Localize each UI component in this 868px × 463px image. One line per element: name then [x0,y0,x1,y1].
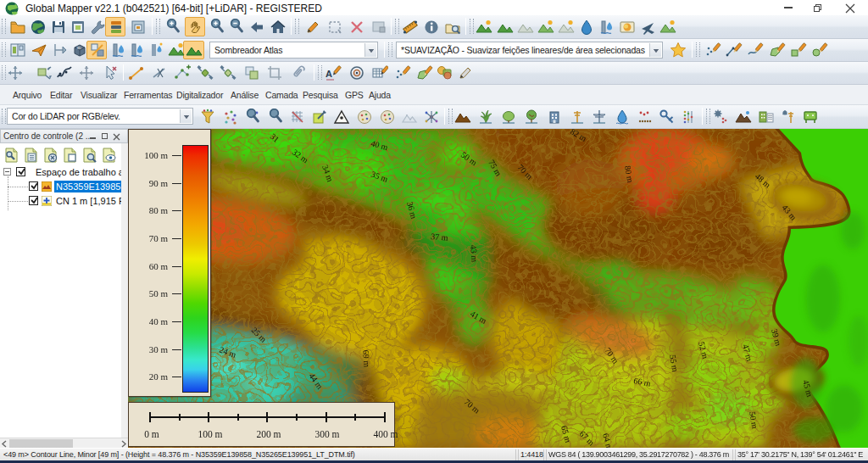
svg-text:69 m: 69 m [361,349,372,367]
svg-text:A: A [326,69,332,79]
svg-text:3D: 3D [77,46,81,50]
svg-text:43 m: 43 m [469,244,480,262]
svg-text:37 m: 37 m [431,232,448,243]
